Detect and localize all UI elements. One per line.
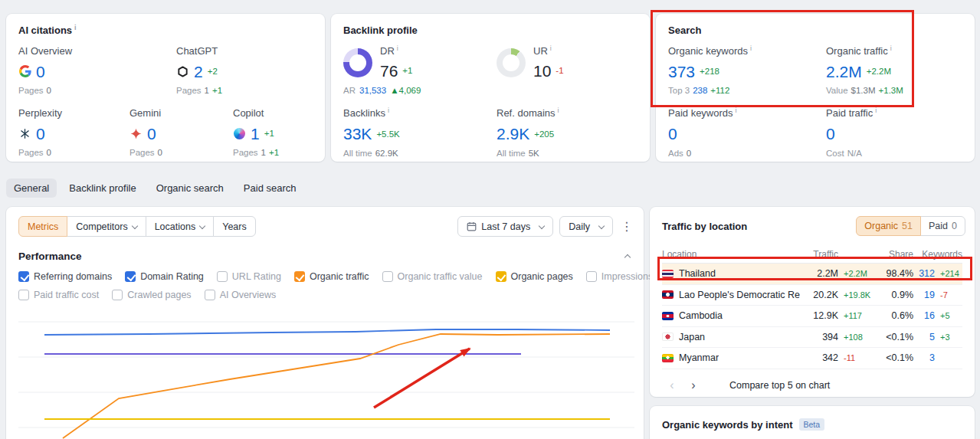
stat-organic-traffic: Organic traffic 2.2M +2.2M Value$1.3M+1.…: [826, 45, 962, 95]
search-card: Search Organic keywords 373 +218 Top 323…: [656, 14, 975, 162]
report-tabs: General Backlink profile Organic search …: [6, 179, 304, 198]
performance-metric[interactable]: Crawled pages: [112, 290, 191, 300]
chevron-down-icon: [131, 222, 137, 228]
next-page-icon[interactable]: ›: [683, 376, 703, 395]
pages-line: Pages0: [18, 86, 176, 95]
keywords-value[interactable]: 5: [913, 332, 935, 342]
info-icon[interactable]: [74, 25, 77, 31]
stat-label: ChatGPT: [176, 45, 222, 57]
stat-label: Copilot: [233, 107, 279, 119]
tab-paid-search[interactable]: Paid search: [236, 179, 304, 198]
table-row-laos[interactable]: Lao People's Democratic Reput 20.2K +19.…: [662, 285, 962, 306]
granularity-dropdown[interactable]: Daily: [559, 216, 613, 237]
chatgpt-count[interactable]: 2: [194, 63, 203, 80]
tab-backlink-profile[interactable]: Backlink profile: [61, 179, 143, 198]
perplexity-count[interactable]: 0: [36, 125, 45, 143]
organic-traffic-value[interactable]: 2.2M: [826, 63, 862, 80]
checkbox-icon: [125, 271, 136, 282]
chevron-down-icon: [539, 222, 545, 228]
cost-line: CostN/A: [826, 149, 962, 158]
date-range-dropdown[interactable]: Last 7 days: [457, 216, 553, 237]
dr-value[interactable]: 76: [380, 62, 398, 80]
paid-traffic-value[interactable]: 0: [826, 125, 835, 143]
ai-overview-count[interactable]: 0: [36, 63, 45, 80]
performance-title: Performance: [18, 251, 82, 262]
locations-dropdown[interactable]: Locations: [146, 216, 215, 237]
prev-page-icon[interactable]: ‹: [662, 376, 682, 395]
collapse-chevron-icon[interactable]: [624, 254, 631, 260]
metrics-button[interactable]: Metrics: [18, 216, 67, 237]
compare-top5-link[interactable]: Compare top 5 on chart: [729, 380, 830, 391]
info-icon[interactable]: [750, 45, 752, 52]
stat-label: Paid traffic: [826, 107, 962, 119]
keywords-value[interactable]: 312: [913, 268, 935, 279]
copilot-count[interactable]: 1: [251, 125, 260, 143]
paid-keywords-value[interactable]: 0: [668, 125, 677, 143]
performance-metric[interactable]: Paid traffic cost: [18, 290, 99, 300]
value-line: Value$1.3M+1.3M: [826, 86, 962, 95]
info-icon[interactable]: [736, 107, 737, 114]
toggle-paid[interactable]: Paid0: [920, 216, 965, 236]
performance-metric[interactable]: Impressions: [586, 271, 653, 282]
gemini-count[interactable]: 0: [147, 125, 156, 143]
backlinks-value[interactable]: 33K: [343, 125, 372, 143]
cambodia-flag: [662, 312, 674, 320]
info-icon[interactable]: [558, 107, 559, 114]
performance-metric[interactable]: Domain Rating: [125, 271, 204, 282]
table-row-thailand[interactable]: Thailand 2.2M +2.2M 98.4% 312 +214: [662, 264, 962, 285]
tab-general[interactable]: General: [6, 179, 57, 198]
traffic-change: +117: [838, 311, 875, 320]
info-icon[interactable]: [890, 45, 892, 52]
keywords-change: +214: [935, 269, 962, 278]
competitors-dropdown[interactable]: Competitors: [67, 216, 146, 237]
table-row-myanmar[interactable]: Myanmar 342 -11 <0.1% 3: [662, 348, 962, 369]
traffic-value: 394: [800, 332, 838, 342]
stat-ai-overview: AI Overview 0 Pages0: [18, 45, 176, 95]
keywords-value[interactable]: 3: [913, 352, 935, 363]
info-icon[interactable]: [388, 107, 389, 114]
top3-value[interactable]: 238: [693, 86, 707, 95]
gemini-icon: [129, 127, 143, 140]
keywords-change: -7: [935, 290, 962, 300]
ar-value[interactable]: 31,533: [359, 86, 386, 95]
info-icon[interactable]: [875, 107, 877, 114]
performance-metric[interactable]: Organic pages: [496, 271, 573, 282]
stat-label: UR: [533, 45, 564, 57]
copilot-icon: [233, 127, 246, 140]
performance-metric[interactable]: Referring domains: [18, 271, 112, 282]
stat-organic-keywords: Organic keywords 373 +218 Top 3238+112: [668, 45, 826, 95]
stat-perplexity: Perplexity 0 Pages0: [18, 107, 129, 157]
ref-domains-value[interactable]: 2.9K: [497, 125, 529, 143]
performance-metric[interactable]: AI Overviews: [205, 290, 277, 300]
performance-metric[interactable]: Organic traffic value: [382, 271, 483, 282]
kebab-menu-icon[interactable]: ⋮: [621, 221, 633, 233]
change-badge: +1: [402, 66, 412, 75]
keywords-value[interactable]: 19: [913, 290, 935, 300]
performance-metric[interactable]: URL Rating: [217, 271, 281, 282]
stat-copilot: Copilot 1 +1 Pages1+1: [233, 107, 279, 157]
info-icon[interactable]: [397, 45, 398, 52]
ur-value[interactable]: 10: [533, 62, 551, 80]
performance-metric[interactable]: Organic traffic: [294, 271, 369, 282]
performance-header: Performance: [6, 251, 644, 262]
stat-paid-traffic: Paid traffic 0 CostN/A: [826, 107, 962, 157]
keywords-value[interactable]: 16: [913, 310, 935, 321]
share-value: <0.1%: [875, 352, 913, 363]
years-button[interactable]: Years: [213, 216, 256, 237]
change-badge: +2: [208, 67, 218, 76]
traffic-value: 2.2M: [800, 268, 838, 279]
toggle-organic[interactable]: Organic51: [856, 216, 921, 236]
table-row-japan[interactable]: Japan 394 +108 <0.1% 5 +3: [662, 327, 962, 349]
keywords-change: +3: [935, 333, 962, 342]
table-row-cambodia[interactable]: Cambodia 12.9K +117 0.6% 16 +5: [662, 306, 962, 327]
organic-keywords-value[interactable]: 373: [668, 63, 695, 80]
traffic-change: +19.8K: [838, 290, 875, 300]
metric-label: Organic pages: [511, 271, 573, 282]
stat-label: Organic keywords: [668, 45, 826, 57]
info-icon[interactable]: [550, 45, 552, 52]
pages-line: Pages1+1: [176, 86, 222, 95]
metric-toggles-row-1: Referring domains Domain Rating URL Rati…: [6, 271, 644, 282]
tab-organic-search[interactable]: Organic search: [149, 179, 231, 198]
metric-toggles-row-2: Paid traffic cost Crawled pages AI Overv…: [6, 290, 644, 300]
stat-backlinks: Backlinks 33K +5.5K All time62.9K: [343, 107, 497, 157]
